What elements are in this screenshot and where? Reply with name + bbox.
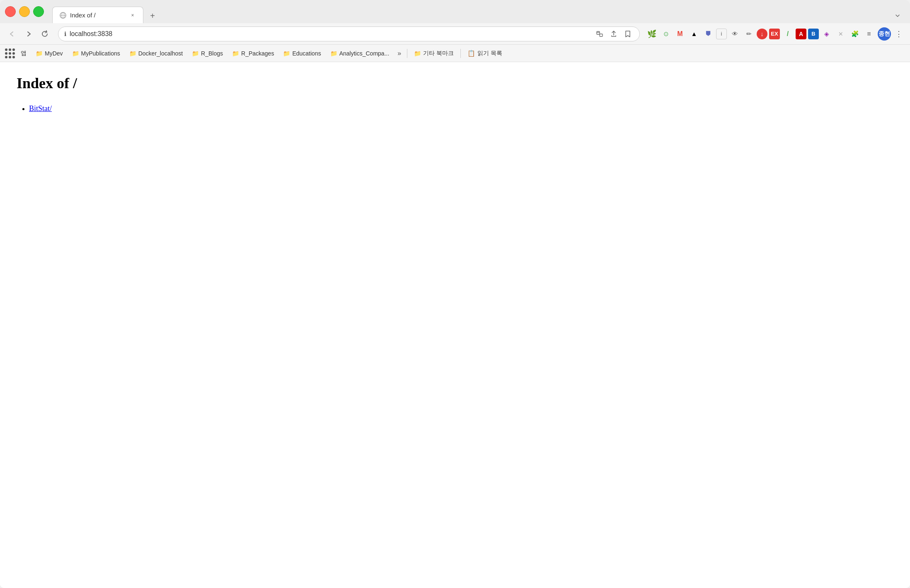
address-actions (594, 28, 634, 40)
forward-button[interactable] (22, 27, 36, 41)
bookmark-other[interactable]: 📁 기타 북마크 (410, 48, 458, 59)
eye-icon[interactable]: 👁 (728, 28, 741, 40)
folder-icon: 📁 (232, 50, 239, 57)
nav-bar: ℹ localhost:3838 🌿 ⊙ M ▲ ⛊ i 👁 (0, 23, 910, 45)
page-content: Index of / BitStat/ (0, 62, 910, 588)
minimize-button[interactable] (19, 6, 30, 17)
bookmark-reading[interactable]: 📋 읽기 목록 (463, 48, 506, 59)
bookmark-analytics[interactable]: 📁 Analytics_Compa... (326, 48, 394, 58)
bookmark-docker-label: Docker_localhost (138, 50, 183, 57)
tab-favicon (59, 12, 67, 19)
slash-icon[interactable]: / (782, 28, 794, 40)
blue-icon[interactable]: B (808, 29, 819, 39)
bookmark-rblogs-label: R_Blogs (201, 50, 223, 57)
bookmarks-more-button[interactable]: » (394, 48, 404, 59)
bookmark-apps-text: 앱 (21, 50, 27, 57)
directory-list: BitStat/ (29, 104, 893, 113)
bookmarks-divider (407, 49, 407, 58)
tab-title: Index of / (70, 12, 126, 19)
tab-bar: Index of / × + (49, 0, 905, 23)
page-heading: Index of / (17, 75, 893, 92)
browser-window: Index of / × + ℹ localhost:3838 (0, 0, 910, 588)
back-button[interactable] (5, 27, 19, 41)
bookmark-rpackages[interactable]: 📁 R_Packages (228, 48, 278, 58)
bookmark-reading-label: 읽기 목록 (477, 50, 502, 57)
bitstat-link[interactable]: BitStat/ (29, 104, 52, 113)
folder-icon: 📁 (36, 50, 43, 57)
bookmark-analytics-label: Analytics_Compa... (339, 50, 390, 57)
new-tab-button[interactable]: + (145, 8, 160, 23)
folder-icon: 📁 (414, 50, 421, 57)
bookmark-mypublications-label: MyPublications (81, 50, 120, 57)
browser-menu-button[interactable]: ⋮ (893, 28, 905, 40)
reading-icon: 📋 (467, 50, 475, 57)
disabled-icon[interactable]: ✕ (835, 28, 847, 40)
reload-button[interactable] (38, 27, 52, 41)
adobe-icon[interactable]: A (796, 29, 806, 39)
profile-button[interactable]: 종현 (878, 27, 891, 41)
active-tab[interactable]: Index of / × (52, 7, 143, 23)
pencil-icon[interactable]: ✏ (743, 28, 755, 40)
translate-button[interactable] (594, 28, 605, 40)
title-bar: Index of / × + (0, 0, 910, 23)
bookmark-rblogs[interactable]: 📁 R_Blogs (188, 48, 227, 58)
profile-area: 종현 ⋮ (878, 27, 905, 41)
bookmarks-divider2 (460, 49, 461, 58)
extension-icons: 🌿 ⊙ M ▲ ⛊ i 👁 ✏ ↓ EX / A B ◈ ✕ 🧩 ≡ (646, 28, 875, 40)
prism-icon[interactable]: ◈ (820, 28, 833, 40)
lock-icon: ℹ (64, 31, 66, 37)
tab-close-button[interactable]: × (129, 12, 136, 19)
bookmarks-bar: 앱 📁 MyDev 📁 MyPublications 📁 Docker_loca… (0, 45, 910, 62)
tab-list-button[interactable] (890, 8, 905, 23)
bookmark-educations[interactable]: 📁 Educations (279, 48, 325, 58)
traffic-lights (5, 6, 44, 17)
bookmark-rpackages-label: R_Packages (241, 50, 274, 57)
svg-rect-4 (600, 34, 603, 36)
bookmark-mydev-label: MyDev (45, 50, 63, 57)
list-icon[interactable]: ≡ (863, 28, 875, 40)
gmail-icon[interactable]: M (674, 28, 686, 40)
url-text: localhost:3838 (70, 30, 591, 38)
maximize-button[interactable] (33, 6, 44, 17)
bookmark-mypublications[interactable]: 📁 MyPublications (68, 48, 124, 58)
bookmark-mydev[interactable]: 📁 MyDev (31, 48, 67, 58)
puzzle-icon[interactable]: 🧩 (849, 28, 861, 40)
folder-icon: 📁 (283, 50, 290, 57)
apps-grid-icon (5, 48, 15, 58)
bookmark-page-button[interactable] (622, 28, 634, 40)
bookmark-other-label: 기타 북마크 (423, 50, 454, 57)
close-button[interactable] (5, 6, 16, 17)
list-item: BitStat/ (29, 104, 893, 113)
evernote-icon[interactable]: 🌿 (646, 28, 658, 40)
ext2-icon[interactable]: ⊙ (660, 28, 672, 40)
download-icon[interactable]: ↓ (757, 29, 767, 39)
address-bar[interactable]: ℹ localhost:3838 (58, 27, 640, 41)
folder-icon: 📁 (192, 50, 199, 57)
svg-rect-3 (597, 31, 600, 34)
1password-icon[interactable]: i (716, 29, 727, 39)
folder-icon: 📁 (129, 50, 136, 57)
bookmark-apps-label[interactable]: 앱 (17, 48, 31, 59)
bookmark-educations-label: Educations (292, 50, 321, 57)
gdrive-icon[interactable]: ▲ (688, 28, 700, 40)
folder-icon: 📁 (330, 50, 337, 57)
ex-icon[interactable]: EX (769, 29, 780, 39)
nordpass-icon[interactable]: ⛊ (702, 28, 714, 40)
folder-icon: 📁 (72, 50, 79, 57)
bookmark-docker[interactable]: 📁 Docker_localhost (125, 48, 187, 58)
apps-button[interactable] (4, 48, 16, 59)
share-button[interactable] (608, 28, 620, 40)
